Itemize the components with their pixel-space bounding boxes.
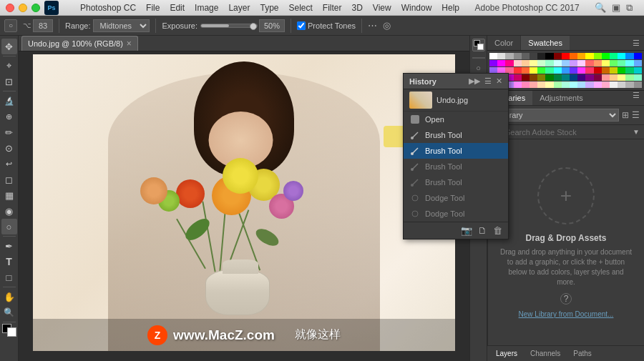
- sw[interactable]: [634, 74, 642, 81]
- sw[interactable]: [570, 67, 577, 74]
- sw[interactable]: [530, 53, 537, 59]
- range-select[interactable]: Midtones Shadows Highlights: [93, 19, 150, 32]
- sw[interactable]: [554, 67, 562, 74]
- history-item-4[interactable]: Brush Tool: [404, 174, 508, 190]
- sw[interactable]: [545, 74, 553, 81]
- sw[interactable]: [602, 81, 610, 88]
- swatch-white[interactable]: [489, 53, 497, 59]
- sw[interactable]: [602, 60, 610, 66]
- create-doc-icon[interactable]: 🗋: [478, 225, 487, 236]
- maximize-button[interactable]: [31, 4, 40, 12]
- move-tool[interactable]: ✥: [1, 39, 17, 54]
- type-tool[interactable]: T: [1, 254, 17, 269]
- sw[interactable]: [570, 60, 577, 66]
- sw[interactable]: [634, 53, 642, 59]
- history-item-6[interactable]: Dodge Tool: [404, 206, 508, 222]
- sw[interactable]: [610, 60, 618, 66]
- grid-view-icon[interactable]: ⊞: [622, 110, 629, 120]
- sw[interactable]: [489, 60, 497, 66]
- sw[interactable]: [625, 67, 633, 74]
- sw[interactable]: [537, 53, 545, 59]
- canvas-tab-close[interactable]: ×: [127, 39, 132, 49]
- canvas-content[interactable]: Z www.MacZ.com 就像这样: [19, 51, 469, 361]
- history-close-icon[interactable]: ✕: [496, 76, 502, 86]
- sw[interactable]: [522, 74, 530, 81]
- lib-help-icon[interactable]: ?: [560, 293, 572, 305]
- menu-image[interactable]: Image: [195, 3, 218, 13]
- shape-tool[interactable]: □: [1, 269, 17, 285]
- menu-filter[interactable]: Filter: [323, 3, 342, 13]
- history-item-0[interactable]: Open: [404, 112, 508, 127]
- sw[interactable]: [625, 60, 633, 66]
- sw[interactable]: [522, 60, 530, 66]
- sw[interactable]: [602, 53, 610, 59]
- eyedropper-tool[interactable]: 🔬: [1, 93, 17, 109]
- sw[interactable]: [634, 67, 642, 74]
- healing-tool[interactable]: ⊕: [1, 109, 17, 124]
- sw[interactable]: [577, 53, 585, 59]
- sw[interactable]: [585, 53, 593, 59]
- paths-tab[interactable]: Paths: [567, 348, 597, 359]
- sw[interactable]: [545, 60, 553, 66]
- sw[interactable]: [594, 81, 602, 88]
- history-snapshot-item[interactable]: Undo.jpg: [404, 89, 508, 112]
- brush-size-input[interactable]: [33, 19, 53, 32]
- color-tab[interactable]: Color: [487, 36, 521, 50]
- sw[interactable]: [514, 53, 522, 59]
- sw[interactable]: [554, 81, 562, 88]
- lib-search-input[interactable]: [505, 128, 630, 137]
- dodge-tool[interactable]: ○: [1, 219, 17, 234]
- lasso-tool[interactable]: ⌖: [1, 58, 17, 74]
- protect-tones-input[interactable]: [297, 21, 306, 30]
- channels-tab[interactable]: Channels: [525, 348, 566, 359]
- sw[interactable]: [497, 53, 505, 59]
- sw[interactable]: [530, 81, 537, 88]
- sw[interactable]: [514, 81, 522, 88]
- sw[interactable]: [602, 67, 610, 74]
- sw[interactable]: [570, 53, 577, 59]
- sw[interactable]: [537, 81, 545, 88]
- sw[interactable]: [610, 74, 618, 81]
- sw[interactable]: [610, 81, 618, 88]
- sw[interactable]: [497, 60, 505, 66]
- sw[interactable]: [514, 67, 522, 74]
- canvas-tab[interactable]: Undo.jpg @ 100% (RGB/8) ×: [21, 36, 138, 51]
- swatches-tab[interactable]: Swatches: [521, 36, 570, 50]
- sw[interactable]: [562, 67, 570, 74]
- close-button[interactable]: [6, 4, 14, 12]
- sw[interactable]: [537, 60, 545, 66]
- sw[interactable]: [562, 74, 570, 81]
- sw[interactable]: [562, 60, 570, 66]
- blur-tool[interactable]: ◉: [1, 203, 17, 219]
- menu-photoshop[interactable]: Photoshop CC: [80, 3, 136, 13]
- lib-panel-menu[interactable]: ☰: [628, 91, 644, 105]
- sw[interactable]: [537, 74, 545, 81]
- clone-tool[interactable]: ⊙: [1, 140, 17, 156]
- color-panel-menu[interactable]: ☰: [628, 39, 644, 48]
- crop-tool[interactable]: ⊡: [1, 74, 17, 89]
- sw[interactable]: [562, 81, 570, 88]
- history-item-1[interactable]: Brush Tool: [404, 127, 508, 143]
- sw[interactable]: [625, 53, 633, 59]
- eraser-tool[interactable]: ◻: [1, 172, 17, 187]
- menu-layer[interactable]: Layer: [228, 3, 250, 13]
- sw[interactable]: [625, 81, 633, 88]
- sw[interactable]: [514, 60, 522, 66]
- sw[interactable]: [585, 81, 593, 88]
- menu-window[interactable]: Window: [401, 3, 432, 13]
- minimize-button[interactable]: [19, 4, 27, 12]
- sw[interactable]: [522, 81, 530, 88]
- canvas-image[interactable]: Z www.MacZ.com 就像这样: [33, 54, 455, 351]
- lib-search-dropdown[interactable]: ▼: [633, 128, 640, 136]
- screen-mode-icon[interactable]: ▣: [612, 2, 620, 14]
- history-forward-icon[interactable]: ▶▶: [469, 76, 480, 86]
- menu-type[interactable]: Type: [260, 3, 278, 13]
- sw[interactable]: [602, 74, 610, 81]
- color-fg-bg[interactable]: [472, 39, 485, 51]
- sw[interactable]: [594, 60, 602, 66]
- delete-state-icon[interactable]: 🗑: [493, 225, 502, 236]
- menu-3d[interactable]: 3D: [352, 3, 363, 13]
- sw[interactable]: [562, 53, 570, 59]
- history-brush-tool[interactable]: ↩: [1, 156, 17, 172]
- new-snapshot-icon[interactable]: 📷: [461, 225, 472, 236]
